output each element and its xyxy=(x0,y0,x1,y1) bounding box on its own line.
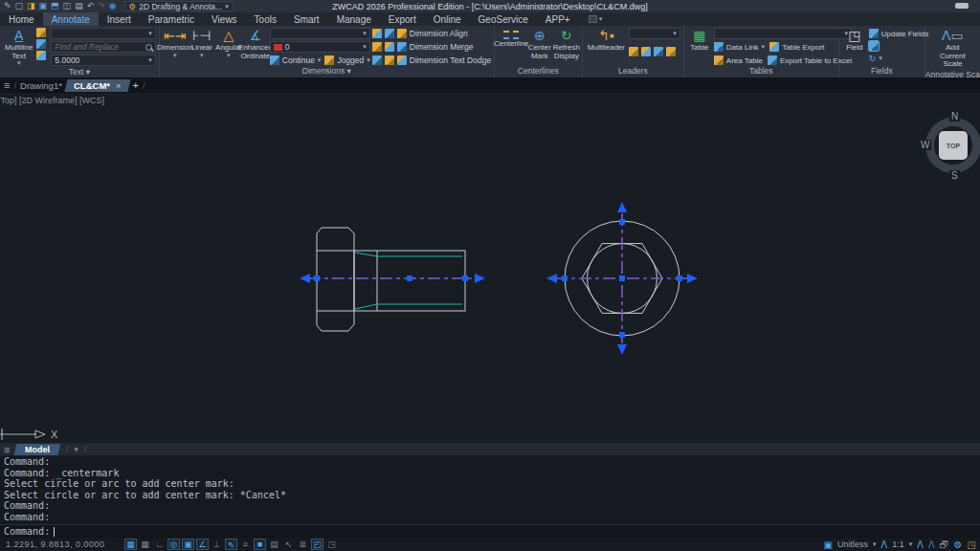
open-folder-icon[interactable]: ◨ xyxy=(27,2,35,11)
menu-tab-geoservice[interactable]: GeoService xyxy=(470,12,537,26)
viewcube-north[interactable]: N xyxy=(949,111,960,121)
auto-scale-icon[interactable]: Λ xyxy=(928,540,935,550)
dimension-align-button[interactable]: Dimension Align xyxy=(372,28,491,39)
undo-icon[interactable]: ↶ xyxy=(87,2,95,11)
annotation-scale-value[interactable]: 1:1 xyxy=(892,540,904,549)
workspace-switcher[interactable]: ⚙ 2D Drafting & Annota... ▾ xyxy=(124,1,234,11)
text-style-dropdown[interactable]: ▾ xyxy=(51,28,155,39)
area-table-button[interactable]: Area Table xyxy=(714,55,763,66)
menu-tab-export[interactable]: Export xyxy=(380,12,425,26)
text-style-icon[interactable] xyxy=(36,28,46,37)
viewcube[interactable]: N S W E TOP xyxy=(913,105,980,186)
quick-access-toolbar[interactable]: ✎▢◨▣⬒◫▤↶↷◉ xyxy=(0,2,117,11)
command-window[interactable]: Command: Command: _centermark Select cir… xyxy=(0,455,980,538)
menu-tab-views[interactable]: Views xyxy=(203,12,246,26)
panel-label-dimensions[interactable]: Dimensions ▾ xyxy=(160,66,494,77)
ribbon-display-toggle[interactable]: ▾ xyxy=(589,12,603,26)
snap-toggle[interactable]: ▦ xyxy=(124,539,137,550)
ducs-toggle[interactable]: ⊥ xyxy=(211,539,223,550)
plot-icon[interactable]: ◫ xyxy=(63,2,72,11)
text-height-dropdown[interactable]: 5.0000 ▾ xyxy=(51,55,155,66)
dimension-button[interactable]: ⇤⇥ Dimension ▾ xyxy=(163,28,188,66)
panel-label-text[interactable]: Text ▾ xyxy=(0,67,159,77)
viewcube-west[interactable]: W xyxy=(919,140,931,150)
field-display-icon[interactable] xyxy=(869,41,879,51)
field-button[interactable]: ◳ Field xyxy=(842,28,867,66)
edit-icon[interactable]: ✎ xyxy=(4,2,11,11)
panel-label-tables[interactable]: Tables xyxy=(684,66,838,77)
find-replace-input[interactable] xyxy=(55,42,142,52)
menu-tab-smart[interactable]: Smart xyxy=(285,12,328,26)
find-replace-box[interactable] xyxy=(51,41,155,53)
text-justify-icon[interactable] xyxy=(36,51,46,60)
dimension-style-dropdown[interactable]: ▾ xyxy=(270,28,370,39)
menu-hamburger-icon[interactable]: ≡ xyxy=(4,79,10,91)
leader-collect-icon[interactable] xyxy=(666,47,676,56)
menu-tab-tools[interactable]: Tools xyxy=(246,12,285,26)
jogged-dimension-button[interactable]: Jogged ▾ xyxy=(324,55,369,66)
panel-label-annotative-scale[interactable]: Annotative Sca xyxy=(925,70,980,78)
multiline-text-button[interactable]: A̲ Multiline Text ▾ xyxy=(3,28,34,67)
quick-properties-toggle[interactable]: ↖ xyxy=(282,539,295,550)
table-style-dropdown[interactable]: ▾ xyxy=(714,28,852,39)
units-icon[interactable]: ▣ xyxy=(824,540,833,550)
viewcube-top-face[interactable]: TOP xyxy=(939,131,968,160)
osnap-toggle[interactable]: ▣ xyxy=(182,539,194,550)
grid-toggle[interactable]: ▦ xyxy=(139,539,151,550)
preview-icon[interactable]: ▤ xyxy=(75,2,83,11)
chevron-down-icon[interactable]: ▾ xyxy=(873,541,877,547)
redo-icon[interactable]: ↷ xyxy=(98,2,105,11)
workspace-switch-icon[interactable]: 🗗 xyxy=(940,540,949,550)
layout-menu-icon[interactable]: ≡ xyxy=(4,444,10,455)
tab-clcm-active[interactable]: CL&CM* × xyxy=(64,79,130,92)
save-all-icon[interactable]: ⬒ xyxy=(51,2,59,11)
selection-cycling-toggle[interactable]: ▤ xyxy=(268,539,280,550)
menu-tab-app[interactable]: APP+ xyxy=(537,12,579,26)
globe-icon[interactable]: ◉ xyxy=(109,2,117,11)
isodraft-toggle[interactable]: ◰ xyxy=(311,539,323,550)
units-label[interactable]: Unitless xyxy=(837,540,868,549)
panel-label-centerlines[interactable]: Centerlines xyxy=(495,66,582,77)
add-current-scale-button[interactable]: Λ▭ Add Current Scale xyxy=(928,28,977,70)
polar-toggle[interactable]: ◎ xyxy=(167,539,180,550)
menu-tab-home[interactable]: Home xyxy=(0,12,43,26)
transparency-toggle[interactable]: ■ xyxy=(254,539,266,550)
leader-remove-icon[interactable] xyxy=(641,47,651,56)
close-tab-icon[interactable]: × xyxy=(116,80,122,91)
menu-tab-insert[interactable]: Insert xyxy=(99,12,140,26)
dyn-input-toggle[interactable]: ⇖ xyxy=(225,539,237,550)
menu-tab-online[interactable]: Online xyxy=(425,12,470,26)
lineweight-toggle[interactable]: ≡ xyxy=(239,539,252,550)
viewcube-south[interactable]: S xyxy=(949,170,960,181)
leader-align-icon[interactable] xyxy=(654,47,663,56)
model-tab[interactable]: Model xyxy=(14,444,61,455)
refresh-display-button[interactable]: ↻ Refresh Display xyxy=(554,28,579,66)
leader-add-icon[interactable] xyxy=(629,47,638,56)
data-link-button[interactable]: Data Link ▾ xyxy=(714,41,765,53)
continue-dimension-button[interactable]: Continue ▾ xyxy=(270,55,322,66)
table-button[interactable]: ▦ Table xyxy=(687,28,712,66)
linear-dimension-button[interactable]: ⊦⊣ Linear ▾ xyxy=(189,28,214,66)
new-file-icon[interactable]: ▢ xyxy=(15,2,24,11)
viewport-controls[interactable]: [Top] [2D Wireframe] [WCS] xyxy=(0,96,104,105)
panel-label-fields[interactable]: Fields xyxy=(839,66,924,77)
annotation-visibility-icon[interactable]: Λ xyxy=(917,540,924,550)
otrack-toggle[interactable]: ∠ xyxy=(196,539,209,550)
menu-tab-manage[interactable]: Manage xyxy=(328,12,380,26)
add-layout-button[interactable]: + xyxy=(74,445,78,454)
text-list-icon[interactable] xyxy=(36,39,46,49)
field-refresh-button[interactable]: ↻ ▾ xyxy=(869,53,928,64)
multileader-button[interactable]: ↰▪ Multileader xyxy=(586,28,627,66)
ortho-toggle[interactable]: ∟ xyxy=(153,539,166,550)
fullscreen-icon[interactable]: ◳ xyxy=(968,540,976,550)
lineweight-display-toggle[interactable]: ≣ xyxy=(297,539,309,550)
menu-tab-parametric[interactable]: Parametric xyxy=(140,12,203,26)
minimize-button[interactable] xyxy=(955,3,969,9)
center-mark-button[interactable]: ⊕ Center Mark xyxy=(527,28,552,66)
tab-drawing1[interactable]: Drawing1* xyxy=(20,80,62,91)
annotation-monitor-toggle[interactable]: ◳ xyxy=(325,539,338,550)
update-fields-button[interactable]: Update Fields xyxy=(869,28,928,39)
panel-label-leaders[interactable]: Leaders xyxy=(583,66,683,77)
multileader-style-dropdown[interactable]: ▾ xyxy=(629,28,680,39)
gear-icon[interactable]: ⚙ xyxy=(954,540,963,550)
